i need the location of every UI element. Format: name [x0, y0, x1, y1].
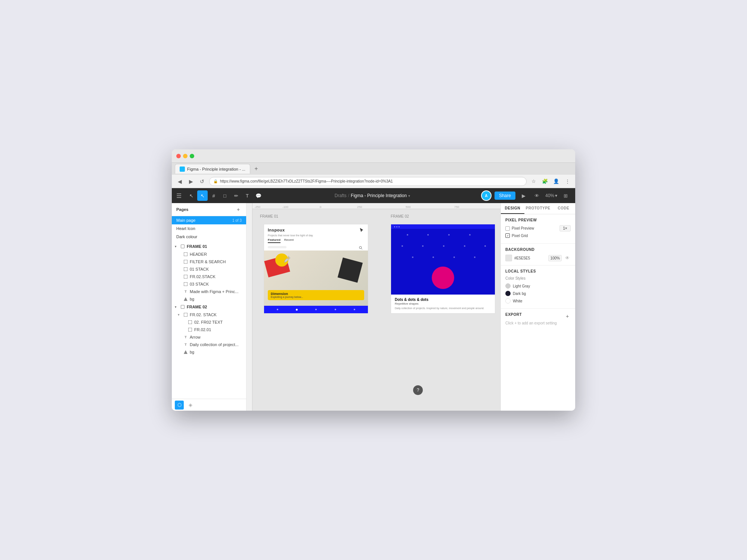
layer-bg2-label: bg [190, 350, 194, 354]
extensions-button[interactable]: 🧩 [541, 177, 549, 186]
layer-frame-01[interactable]: ▾ FRAME 01 [172, 242, 246, 251]
ruler-tick: 0 [320, 205, 321, 209]
address-bar[interactable]: 🔒 https://www.figma.com/file/geLBZZIEh7T… [209, 177, 527, 186]
visibility-icon[interactable]: 👁 [564, 255, 571, 261]
preview-button[interactable]: 👁 [532, 190, 542, 201]
dark-app-description: Daily collection of projects. Inspired b… [395, 307, 491, 310]
search-icon[interactable] [359, 245, 364, 250]
right-panel: DESIGN PROTOTYPE CODE PIXEL PREVIEW Pixe… [500, 203, 575, 411]
frame01-label: FRAME 01 [187, 244, 207, 249]
maximize-button[interactable] [190, 154, 194, 158]
pen-tool-button[interactable]: ✏ [231, 190, 241, 201]
layer-daily[interactable]: T Daily collection of project... [172, 341, 246, 348]
tab-design[interactable]: DESIGN [501, 203, 524, 214]
page-item-main[interactable]: Main page 1 of 3 [172, 216, 246, 224]
minimize-button[interactable] [183, 154, 187, 158]
color-style-dark-bg[interactable]: Dark bg [505, 290, 571, 297]
background-color-swatch[interactable] [505, 255, 512, 261]
text-tool-button[interactable]: T [242, 190, 252, 201]
layer-frame-02[interactable]: ▾ FRAME 02 [172, 303, 246, 311]
page-item-dark[interactable]: Dark colour [172, 233, 246, 241]
export-add-button[interactable]: + [564, 313, 571, 320]
layer-made-with[interactable]: T Made with Figma + Princ... [172, 288, 246, 295]
help-button[interactable]: ? [413, 385, 423, 395]
layer-01-stack[interactable]: 01 STACK [172, 265, 246, 273]
layer-fr02-text[interactable]: 02. FR02 TEXT [172, 318, 246, 326]
frame-tool-button[interactable]: # [208, 190, 219, 201]
menu-button[interactable]: ⋮ [563, 177, 571, 186]
pixel-grid-checkbox[interactable] [505, 233, 510, 238]
layer-filter-search[interactable]: FILTER & SEARCH [172, 258, 246, 265]
inspect-tool-button[interactable]: ◈ [186, 401, 195, 410]
pixel-preview-checkbox[interactable] [505, 226, 510, 231]
reload-button[interactable]: ↺ [198, 177, 206, 186]
profile-button[interactable]: 👤 [552, 177, 560, 186]
tab-prototype[interactable]: PROTOTYPE [524, 203, 552, 214]
page-item-heart[interactable]: Heart Icon [172, 224, 246, 233]
fill-tool-button[interactable]: ⬡ [175, 401, 184, 410]
frame-01[interactable]: Inspoux Projects that never lose the lig… [264, 224, 368, 314]
toolbar-center: Drafts / Figma - Principle Integration ▾ [267, 193, 478, 198]
layer-03-stack[interactable]: 03 STACK [172, 280, 246, 288]
layer-bg-1[interactable]: bg [172, 295, 246, 303]
pixel-preview-text: Pixel Preview [512, 226, 534, 230]
canvas-area[interactable]: -250 -100 0 250 500 750 FRAME 01 [247, 203, 500, 411]
breadcrumb-chevron-icon[interactable]: ▾ [408, 194, 410, 198]
close-button[interactable] [176, 154, 181, 158]
frame02-label: FRAME 02 [187, 305, 207, 309]
back-button[interactable]: ◀ [176, 177, 184, 186]
add-page-button[interactable]: + [235, 206, 242, 213]
rectangle-tool-button[interactable]: □ [220, 190, 230, 201]
nav-recent[interactable]: Recent [284, 238, 294, 243]
hamburger-menu-icon[interactable]: ☰ [176, 192, 182, 199]
bottom-bar: ⬡ ◈ [172, 399, 246, 411]
zoom-level: 40% [545, 193, 554, 198]
dot-item [464, 245, 465, 247]
dot-item [453, 256, 455, 258]
zoom-display[interactable]: 40% ▾ [545, 193, 557, 198]
comment-tool-button[interactable]: 💬 [253, 190, 264, 201]
breadcrumb-drafts[interactable]: Drafts [335, 193, 347, 198]
select-tool-button[interactable]: ↖ [197, 190, 208, 201]
background-opacity[interactable]: 100% [548, 255, 562, 261]
svg-point-2 [287, 257, 289, 259]
dot-item [474, 256, 475, 258]
layer-header[interactable]: HEADER [172, 251, 246, 258]
color-style-light-gray[interactable]: Light Gray [505, 282, 571, 290]
layer-fr02-stack2[interactable]: ▾ FR.02. STACK [172, 311, 246, 318]
export-header: EXPORT + [505, 312, 571, 320]
nav-dot [354, 309, 355, 310]
layer-bg-2[interactable]: bg [172, 348, 246, 356]
layer-filter-label: FILTER & SEARCH [190, 259, 226, 264]
frame-02[interactable]: Dots & dots & dots Repetitive shapes Dai… [391, 224, 495, 314]
dot-item [427, 234, 429, 236]
play-button[interactable]: ▶ [518, 190, 529, 201]
pixel-preview-label: Pixel Preview [505, 226, 534, 231]
layer-fr02-01[interactable]: FR.02.01 [172, 326, 246, 333]
search-bar[interactable] [268, 246, 286, 248]
share-button[interactable]: Share [495, 192, 515, 200]
tab-code[interactable]: CODE [552, 203, 576, 214]
color-style-white[interactable]: White [505, 297, 571, 305]
page-dark-label: Dark colour [176, 234, 197, 239]
dot-item [422, 245, 424, 247]
background-hex[interactable]: #E5E5E5 [514, 256, 546, 260]
dark-header [391, 224, 495, 229]
figma-toolbar: ☰ ↖ ↖ # □ ✏ T 💬 Drafts / Figma - Princip… [172, 188, 575, 203]
nav-featured[interactable]: Featured [268, 238, 280, 243]
pixel-preview-value[interactable]: 1× [560, 225, 571, 231]
browser-tab[interactable]: Figma - Principle integration - ... [175, 164, 250, 174]
grid-button[interactable]: ⊞ [560, 190, 571, 201]
page-main-label: Main page [176, 218, 195, 223]
breadcrumb-separator: / [348, 193, 349, 198]
frame02-frame-icon [180, 304, 185, 309]
pixel-preview-title: PIXEL PREVIEW [505, 218, 571, 222]
new-tab-button[interactable]: + [252, 164, 261, 173]
bookmark-button[interactable]: ☆ [530, 177, 538, 186]
move-tool-button[interactable]: ↖ [186, 190, 196, 201]
forward-button[interactable]: ▶ [187, 177, 195, 186]
layer-fr02-stack[interactable]: FR.02.STACK [172, 273, 246, 280]
left-panel: Pages + Main page 1 of 3 Heart Icon Dark… [172, 203, 247, 411]
app-mockup-01: Inspoux Projects that never lose the lig… [264, 224, 368, 313]
layer-arrow[interactable]: T Arrow [172, 333, 246, 341]
